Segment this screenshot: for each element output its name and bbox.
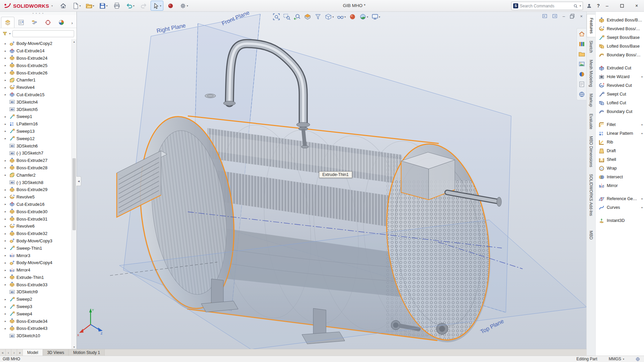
tree-item[interactable]: ▸Boss-Extrude33 — [0, 281, 72, 288]
options-button[interactable]: ▾ — [177, 1, 190, 11]
manager-tabs-expand-icon[interactable]: › — [69, 18, 75, 28]
tree-item[interactable]: ▸Body-Move/Copy2 — [0, 40, 72, 47]
open-button[interactable]: ▾ — [84, 1, 96, 11]
close-document-button[interactable]: × — [580, 14, 583, 19]
command-linear-pattern[interactable]: Linear Pattern▾ — [596, 129, 644, 138]
document-tab-motion-study-1[interactable]: Motion Study 1 — [69, 349, 105, 356]
tree-item[interactable]: ▸Sweep2 — [0, 296, 72, 303]
tree-item[interactable]: ▸Sweep12 — [0, 135, 72, 142]
tree-expander-icon[interactable]: ▸ — [5, 64, 9, 67]
search-commands-box[interactable]: S Search Commands ▾ — [511, 2, 583, 10]
previous-window-button[interactable] — [542, 14, 547, 19]
scroll-down-icon[interactable]: ▼ — [72, 345, 76, 349]
tree-expander-icon[interactable]: ▸ — [5, 129, 9, 133]
command-lofted-cut[interactable]: Lofted Cut — [596, 99, 644, 107]
window-minimize-button[interactable]: – — [600, 0, 614, 11]
tree-item[interactable]: ▸Revolve5 — [0, 193, 72, 201]
logo-chevron-icon[interactable]: ▾ — [51, 4, 53, 7]
tree-expander-icon[interactable]: ▸ — [5, 298, 9, 301]
tree-expander-icon[interactable]: ▸ — [5, 42, 9, 45]
tree-expander-icon[interactable]: ▸ — [5, 232, 9, 235]
tree-item[interactable]: ▸Body-Move/Copy4 — [0, 259, 72, 266]
command-extruded-boss-base[interactable]: Extruded Boss/Base — [596, 16, 644, 24]
tree-expander-icon[interactable]: ▸ — [5, 312, 9, 315]
command-wrap[interactable]: Wrap — [596, 164, 644, 173]
tree-expander-icon[interactable]: ▸ — [5, 202, 9, 206]
tree-item[interactable]: ▸Mirror4 — [0, 266, 72, 274]
minimize-document-button[interactable]: – — [562, 14, 565, 19]
display-style-button[interactable]: ▾ — [324, 13, 334, 21]
panel-collapse-button[interactable]: ◀ — [76, 176, 81, 186]
search-dropdown-icon[interactable]: ▾ — [580, 4, 581, 7]
redo-button[interactable] — [137, 1, 150, 11]
command-revolved-boss-base[interactable]: Revolved Boss/Base — [596, 24, 644, 33]
command-dropdown-icon[interactable]: ▾ — [641, 75, 643, 78]
hide-show-items-dropdown-icon[interactable]: ▾ — [344, 15, 346, 18]
command-rib[interactable]: Rib — [596, 138, 644, 146]
tree-expander-icon[interactable]: ▸ — [5, 217, 9, 221]
tag-globe-icon[interactable] — [636, 357, 640, 361]
scroll-thumb[interactable] — [72, 158, 76, 230]
commandmanager-tab-markup[interactable]: Markup — [587, 90, 595, 110]
commandmanager-tab-sketch[interactable]: Sketch — [587, 37, 595, 56]
tree-item[interactable]: ▸LPattern16 — [0, 120, 72, 128]
commandmanager-tab-evaluate[interactable]: Evaluate — [587, 110, 595, 133]
select-button[interactable]: ▾ — [151, 1, 163, 11]
tree-filter-input[interactable] — [12, 30, 74, 37]
filter-icon[interactable] — [2, 31, 7, 36]
restore-document-button[interactable] — [570, 14, 575, 19]
commandmanager-tab-solidworks-add-ins[interactable]: SOLIDWORKS Add-Ins — [587, 171, 595, 219]
tree-item[interactable]: ▸Revolve6 — [0, 223, 72, 230]
command-draft[interactable]: Draft — [596, 146, 644, 155]
tree-expander-icon[interactable]: ▸ — [5, 49, 9, 53]
tree-expander-icon[interactable]: ▸ — [5, 239, 9, 242]
command-dropdown-icon[interactable]: ▾ — [641, 132, 643, 135]
tree-item[interactable]: ▸Sweep-Thin1 — [0, 244, 72, 252]
commandmanager-tab-mbd[interactable]: MBD — [587, 227, 595, 243]
tree-expander-icon[interactable]: ▸ — [5, 268, 9, 272]
tab-scroll-0[interactable]: « — [0, 349, 6, 356]
manager-tab-dimxpertmanager[interactable] — [41, 17, 55, 28]
tree-item[interactable]: ▸Boss-Extrude34 — [0, 317, 72, 325]
tree-expander-icon[interactable]: ▸ — [5, 261, 9, 264]
view-settings-dropdown-icon[interactable]: ▾ — [379, 15, 380, 18]
tree-item[interactable]: 3D3DSketch10 — [0, 332, 72, 340]
search-icon[interactable] — [573, 4, 578, 8]
home-button[interactable] — [57, 1, 69, 11]
command-swept-boss-base[interactable]: Swept Boss/Base — [596, 33, 644, 42]
tree-item[interactable]: 3D3DSketch9 — [0, 288, 72, 296]
tree-item[interactable]: ▸Cut-Extrude16 — [0, 201, 72, 208]
tree-item[interactable]: ▸Boss-Extrude31 — [0, 215, 72, 223]
solidworks-resources-tab[interactable] — [579, 31, 585, 37]
panel-grip[interactable]: • • • • — [0, 11, 76, 15]
filter-dropdown-icon[interactable]: ▼ — [9, 33, 11, 35]
new-button[interactable]: ▾ — [70, 1, 83, 11]
command-fillet[interactable]: Fillet▾ — [596, 120, 644, 129]
mouse-gestures-button[interactable] — [164, 1, 177, 11]
display-style-dropdown-icon[interactable]: ▾ — [332, 15, 334, 18]
tab-scroll-3[interactable]: » — [17, 349, 23, 356]
tree-expander-icon[interactable]: ▸ — [5, 305, 9, 308]
window-close-button[interactable]: × — [629, 0, 644, 11]
tree-expander-icon[interactable]: ▸ — [5, 78, 9, 82]
tree-item[interactable]: ▸Body-Move/Copy3 — [0, 237, 72, 245]
command-dropdown-icon[interactable]: ▾ — [641, 206, 643, 209]
appearances-scenes-tab[interactable] — [579, 71, 585, 77]
commandmanager-tab-features[interactable]: Features — [587, 14, 596, 37]
command-curves[interactable]: Curves▾ — [596, 203, 644, 212]
tree-item[interactable]: ▸Boss-Extrude27 — [0, 157, 72, 164]
command-dropdown-icon[interactable]: ▾ — [641, 123, 643, 126]
command-shell[interactable]: Shell — [596, 155, 644, 164]
solidworks-forum-tab[interactable] — [579, 91, 585, 98]
command-swept-cut[interactable]: Swept Cut — [596, 90, 644, 99]
tree-item[interactable]: ▸Boss-Extrude30 — [0, 208, 72, 215]
help-icon[interactable]: ? — [597, 3, 600, 8]
commandmanager-tab-mbd-dimensions[interactable]: MBD Dimensions — [587, 133, 595, 171]
options-dropdown-icon[interactable]: ▾ — [187, 4, 188, 7]
tree-item[interactable]: ▸Revolve4 — [0, 84, 72, 91]
command-mirror[interactable]: Mirror — [596, 181, 644, 190]
command-reference-geome-[interactable]: Reference Geome...▾ — [596, 194, 644, 203]
tree-expander-icon[interactable]: ▸ — [5, 122, 9, 126]
undo-dropdown-icon[interactable]: ▾ — [133, 4, 135, 7]
zoom-to-fit-button[interactable] — [272, 13, 281, 21]
